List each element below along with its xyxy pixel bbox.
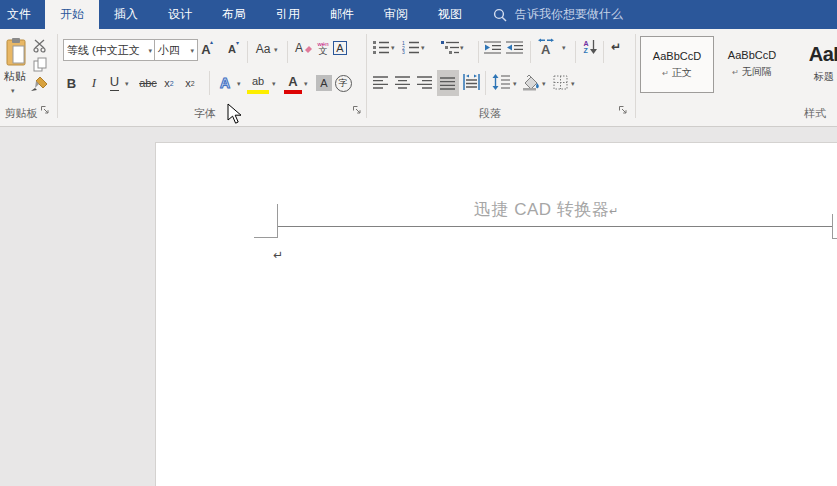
borders-dropdown-icon[interactable]: ▾	[571, 80, 575, 87]
tab-design[interactable]: 设计	[153, 0, 207, 29]
font-color-dropdown-icon[interactable]: ▾	[304, 80, 308, 87]
character-shading-label: A	[316, 75, 332, 91]
style-normal-name: 正文	[672, 67, 692, 78]
highlight-button[interactable]: ab	[246, 72, 270, 94]
ribbon-tab-bar: 文件 开始 插入 设计 布局 引用 邮件 审阅 视图 告诉我你想要做什么	[0, 0, 837, 29]
left-margin-corner-mark	[254, 237, 277, 238]
asian-layout-button[interactable]: A	[536, 37, 560, 57]
justify-icon	[440, 77, 456, 90]
left-margin-mark	[277, 204, 278, 238]
show-marks-button[interactable]: ↵	[608, 38, 624, 56]
tab-mailings[interactable]: 邮件	[315, 0, 369, 29]
paste-button[interactable]	[3, 36, 29, 68]
tab-insert[interactable]: 插入	[99, 0, 153, 29]
paragraph-dialog-launcher-icon[interactable]	[618, 105, 628, 115]
clear-formatting-button[interactable]: A	[293, 39, 315, 57]
paste-label[interactable]: 粘贴	[0, 70, 30, 83]
text-effects-button[interactable]: A	[215, 73, 235, 93]
header-title[interactable]: 迅捷 CAD 转换器↵	[474, 198, 619, 221]
enclose-characters-button[interactable]: 字	[334, 74, 352, 92]
font-name-dropdown-icon[interactable]: ▾	[148, 47, 152, 54]
font-size-combo[interactable]: 小四 ▾	[154, 39, 198, 61]
increase-indent-button[interactable]	[505, 39, 524, 55]
sort-button[interactable]: A Z	[580, 38, 600, 56]
underline-dropdown-icon[interactable]: ▾	[125, 80, 129, 87]
copy-button[interactable]	[31, 56, 49, 72]
phonetic-guide-button[interactable]: wén 文	[316, 38, 330, 58]
italic-button[interactable]: I	[87, 73, 101, 93]
change-case-button[interactable]: Aa	[253, 40, 273, 58]
underline-label: U	[110, 75, 119, 90]
strikethrough-button[interactable]: abc	[136, 73, 160, 93]
asian-layout-icon: A	[537, 38, 559, 56]
tab-layout[interactable]: 布局	[207, 0, 261, 29]
subscript-button[interactable]: x2	[160, 73, 178, 93]
copy-icon	[33, 57, 47, 72]
font-size-value: 小四	[158, 43, 180, 58]
superscript-button[interactable]: x2	[181, 73, 199, 93]
tab-home[interactable]: 开始	[45, 0, 99, 29]
style-normal[interactable]: AaBbCcD ↵ 正文	[640, 36, 714, 93]
align-left-button[interactable]	[372, 73, 390, 91]
bold-button[interactable]: B	[63, 73, 80, 93]
highlight-dropdown-icon[interactable]: ▾	[272, 80, 276, 87]
increase-indent-icon	[506, 41, 523, 54]
header-underline	[277, 226, 832, 227]
align-right-button[interactable]	[416, 73, 434, 91]
style-heading1[interactable]: AaB 标题 1	[792, 36, 837, 91]
font-color-button[interactable]: A	[283, 72, 303, 94]
grow-font-mark-icon: ▴	[210, 39, 213, 45]
shading-button[interactable]	[521, 72, 541, 92]
text-effects-dropdown-icon[interactable]: ▾	[237, 80, 241, 87]
font-name-combo[interactable]: 等线 (中文正文 ▾	[63, 39, 156, 61]
document-area[interactable]: 迅捷 CAD 转换器↵ ↵	[0, 127, 837, 486]
word-window: 文件 开始 插入 设计 布局 引用 邮件 审阅 视图 告诉我你想要做什么 粘贴 …	[0, 0, 837, 486]
paragraph-group-label: 段落	[460, 106, 520, 121]
phonetic-bottom-label: 文	[319, 47, 328, 56]
subscript-script: 2	[170, 80, 174, 87]
numbering-icon: 123	[402, 40, 419, 54]
align-right-icon	[417, 76, 433, 89]
header-paragraph-mark: ↵	[609, 205, 619, 217]
multilevel-list-button[interactable]	[440, 39, 459, 55]
asian-layout-dropdown-icon[interactable]: ▾	[562, 44, 566, 51]
svg-text:3: 3	[402, 49, 405, 54]
align-center-button[interactable]	[394, 73, 412, 91]
change-case-dropdown-icon[interactable]: ▾	[274, 46, 278, 53]
numbering-dropdown-icon[interactable]: ▾	[421, 44, 425, 51]
line-spacing-dropdown-icon[interactable]: ▾	[513, 80, 517, 87]
tab-review[interactable]: 审阅	[369, 0, 423, 29]
numbering-button[interactable]: 123	[401, 39, 419, 55]
font-name-value: 等线 (中文正文	[67, 43, 140, 58]
shrink-font-mark-icon: ▾	[236, 40, 239, 46]
svg-text:A: A	[541, 42, 551, 56]
cut-button[interactable]	[31, 38, 49, 54]
borders-icon	[553, 75, 568, 90]
multilevel-dropdown-icon[interactable]: ▾	[460, 44, 464, 51]
underline-button[interactable]: U	[106, 73, 123, 93]
ribbon: 粘贴 ▾ 剪贴板 等线 (中文正文 ▾ 小四 ▾ A ▴ A ▾ Aa ▾	[0, 29, 837, 127]
tab-references[interactable]: 引用	[261, 0, 315, 29]
distribute-button[interactable]	[461, 72, 481, 92]
bullets-button[interactable]	[372, 39, 390, 55]
tab-view[interactable]: 视图	[423, 0, 477, 29]
clipboard-dialog-launcher-icon[interactable]	[40, 105, 50, 115]
line-spacing-button[interactable]	[491, 72, 511, 92]
character-border-button[interactable]: A	[331, 39, 349, 57]
tell-me-search[interactable]: 告诉我你想要做什么	[493, 0, 623, 29]
character-shading-button[interactable]: A	[315, 74, 333, 92]
format-painter-button[interactable]	[28, 75, 50, 93]
borders-button[interactable]	[551, 73, 569, 91]
justify-button[interactable]	[437, 70, 459, 96]
paste-dropdown-icon[interactable]: ▾	[11, 87, 15, 94]
bullets-dropdown-icon[interactable]: ▾	[391, 44, 395, 51]
style-no-spacing[interactable]: AaBbCcD ↵ 无间隔	[716, 36, 788, 91]
font-dialog-launcher-icon[interactable]	[352, 105, 362, 115]
tab-file[interactable]: 文件	[0, 0, 45, 29]
shading-dropdown-icon[interactable]: ▾	[542, 80, 546, 87]
clear-formatting-label: A	[295, 41, 303, 55]
font-size-dropdown-icon[interactable]: ▾	[190, 47, 194, 54]
paste-icon	[5, 37, 27, 67]
decrease-indent-button[interactable]	[483, 39, 502, 55]
document-page[interactable]: 迅捷 CAD 转换器↵ ↵	[155, 142, 837, 486]
